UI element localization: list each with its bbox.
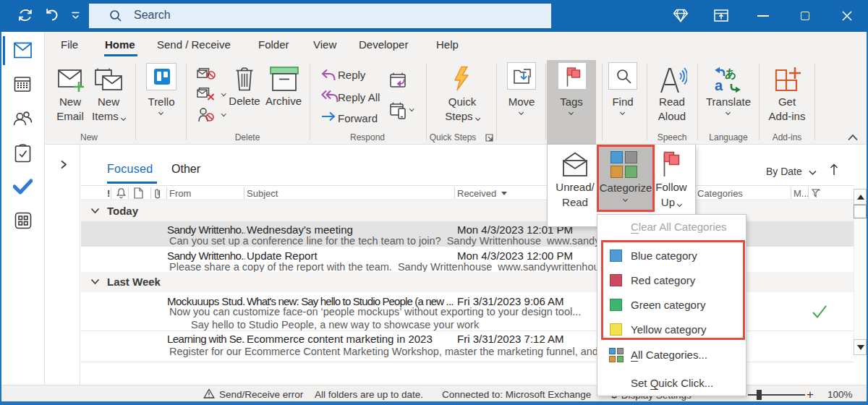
svg-text:あ: あ bbox=[725, 67, 736, 80]
svg-text:a: a bbox=[715, 77, 723, 93]
